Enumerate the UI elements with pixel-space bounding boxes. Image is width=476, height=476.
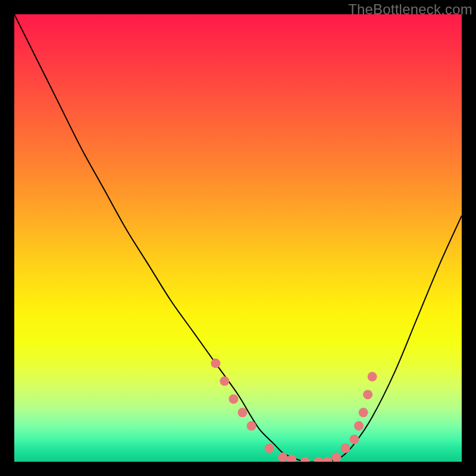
scatter-dot [368,372,377,381]
scatter-dot [354,421,364,431]
scatter-dot [314,457,323,462]
scatter-dot [322,457,332,462]
bottleneck-svg [14,14,462,462]
scatter-dot [331,453,341,462]
plot-area [14,14,462,462]
bottleneck-curve-path [14,14,462,462]
scatter-dot [220,377,229,386]
scatter-dot [341,443,350,453]
scatter-dot [229,394,239,404]
scatter-dot [359,408,368,417]
scatter-dot [278,453,287,462]
scatter-dot [363,390,372,399]
scatter-dot [350,434,359,444]
scatter-dot [300,457,310,462]
watermark-text: TheBottleneck.com [348,1,472,18]
chart-frame: TheBottleneck.com [0,0,476,476]
scatter-dot [247,421,256,431]
scatter-dot [238,408,248,417]
scatter-dot [211,359,220,368]
scatter-dot [265,443,274,453]
